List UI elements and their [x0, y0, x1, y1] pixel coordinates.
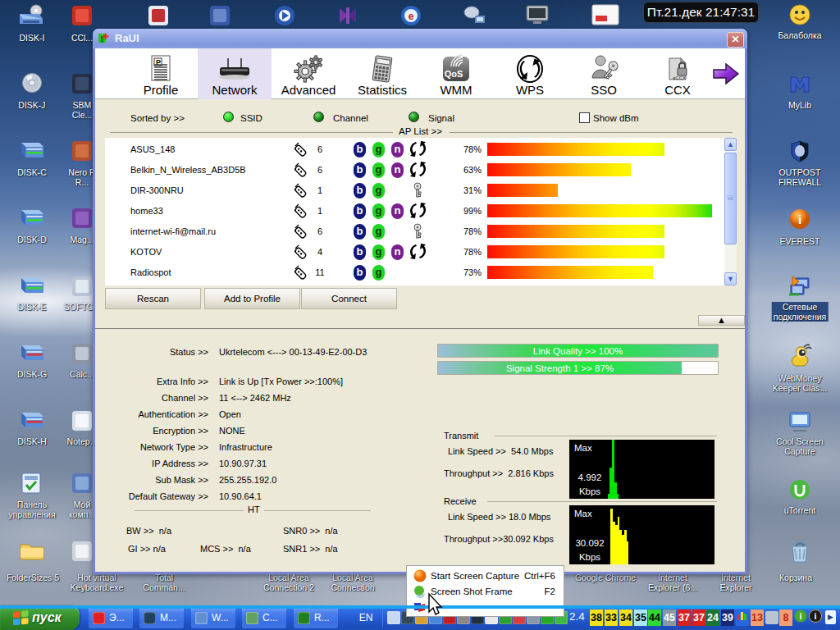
svg-text:e: e	[409, 11, 414, 22]
svg-text:QoS: QoS	[445, 69, 463, 79]
svg-text:i: i	[814, 611, 816, 621]
svg-text:i: i	[798, 212, 801, 226]
svg-text:i: i	[799, 611, 801, 621]
svg-text:aCCX: aCCX	[673, 75, 686, 80]
